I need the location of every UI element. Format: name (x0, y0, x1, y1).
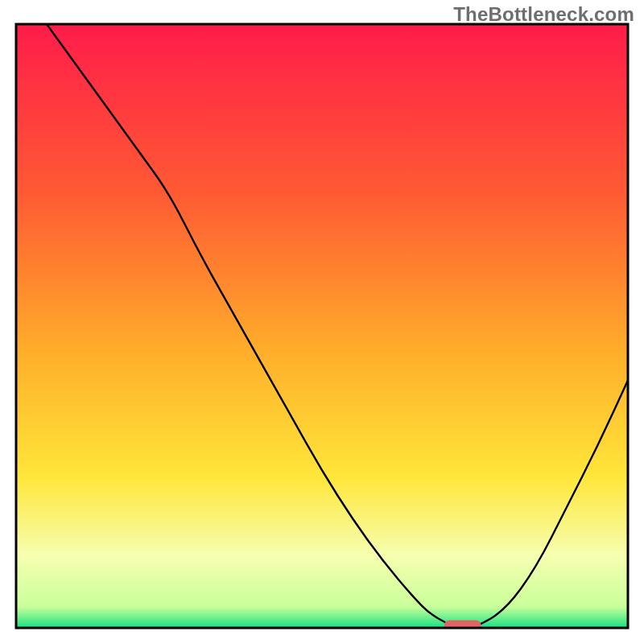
bottleneck-chart: TheBottleneck.com (0, 0, 644, 644)
watermark-label: TheBottleneck.com (453, 3, 634, 26)
optimal-range-marker (444, 621, 481, 631)
plot-background (16, 24, 628, 628)
bottleneck-plot-svg (0, 0, 644, 644)
